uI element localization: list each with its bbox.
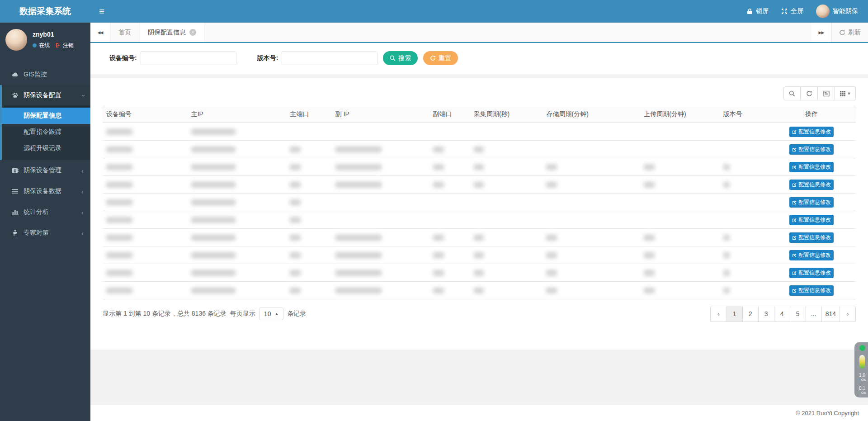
edit-icon — [792, 147, 797, 152]
search-form: 设备编号: 版本号: 搜索 重置 — [90, 43, 868, 74]
page-size-dropdown[interactable]: 10 ▲ — [259, 307, 284, 320]
page-next-button[interactable]: › — [840, 306, 855, 322]
page-button-3[interactable]: 3 — [758, 306, 774, 322]
network-speed-widget[interactable]: 1.0 ↑K/s 0.1 ↓K/s — [854, 342, 868, 397]
redacted-value — [546, 270, 557, 276]
table-cell — [720, 141, 767, 158]
sidebar-toggle-button[interactable]: ≡ — [90, 0, 113, 23]
table-cell — [720, 158, 767, 176]
lock-screen-button[interactable]: 锁屏 — [747, 7, 769, 15]
edit-icon — [792, 270, 797, 275]
column-header-1: 主IP — [188, 106, 287, 123]
table-cell — [188, 229, 287, 246]
edit-icon — [792, 129, 797, 134]
search-button[interactable]: 搜索 — [383, 51, 418, 65]
cloud-icon — [10, 72, 20, 77]
redacted-value — [433, 288, 444, 293]
edit-config-button[interactable]: 配置信息修改 — [789, 215, 834, 225]
tabs-scroll-left-button[interactable]: ◀◀ — [90, 23, 110, 42]
sidebar-item-1[interactable]: 阴保设备配置‹ — [2, 85, 90, 106]
table-cell — [103, 211, 188, 229]
sidebar-item-5[interactable]: 专家对策‹ — [0, 222, 90, 243]
tab-close-icon[interactable]: × — [189, 29, 196, 36]
version-input[interactable] — [282, 51, 377, 65]
edit-config-button[interactable]: 配置信息修改 — [789, 144, 834, 155]
tab-active-label: 阴保配置信息 — [148, 28, 186, 37]
edit-icon — [792, 218, 797, 222]
pagination-pages: ‹12345...814› — [710, 306, 856, 322]
toolbar-columns-button[interactable]: ▼ — [835, 86, 856, 100]
user-menu[interactable]: 智能阴保 — [816, 5, 858, 18]
sidebar-subitem-1-2[interactable]: 远程升级记录 — [2, 140, 90, 156]
table-cell — [470, 158, 543, 176]
lock-screen-label: 锁屏 — [756, 7, 769, 15]
toolbar-detail-view-button[interactable] — [818, 86, 835, 100]
page-button-5[interactable]: 5 — [790, 306, 806, 322]
edit-config-button[interactable]: 配置信息修改 — [789, 250, 834, 260]
arrow-up-icon: ↑ — [859, 378, 860, 382]
table-cell-actions: 配置信息修改 — [767, 158, 856, 176]
table-cell — [720, 229, 767, 246]
page-ellipsis[interactable]: ... — [806, 306, 821, 322]
page-button-814[interactable]: 814 — [821, 306, 840, 322]
edit-config-button[interactable]: 配置信息修改 — [789, 285, 834, 296]
search-icon — [789, 90, 795, 97]
edit-config-button[interactable]: 配置信息修改 — [789, 197, 834, 208]
sidebar-subitem-1-0[interactable]: 阴保配置信息 — [2, 108, 90, 124]
detail-view-icon — [823, 90, 830, 97]
table-cell — [542, 264, 640, 282]
table-cell — [103, 123, 188, 141]
hamburger-icon: ≡ — [99, 6, 104, 17]
tab-refresh-button[interactable]: 刷新 — [831, 23, 868, 42]
sidebar: znyb01 在线 注销 GIS监控阴保设备配置‹阴保配置信息配置指令跟踪远程升… — [0, 23, 90, 421]
logout-icon — [55, 43, 61, 48]
sidebar-username: znyb01 — [33, 31, 74, 38]
table-cell — [429, 229, 470, 246]
toolbar-search-button[interactable] — [783, 86, 801, 100]
table-cell — [720, 123, 767, 141]
edit-config-button[interactable]: 配置信息修改 — [789, 232, 834, 243]
sidebar-avatar[interactable] — [5, 29, 27, 51]
list-icon — [10, 189, 20, 194]
table-cell — [542, 176, 640, 194]
reset-button[interactable]: 重置 — [423, 51, 458, 65]
column-header-2: 主端口 — [286, 106, 331, 123]
toolbar-refresh-button[interactable] — [801, 86, 818, 100]
sidebar-subitem-1-1[interactable]: 配置指令跟踪 — [2, 124, 90, 140]
tab-active[interactable]: 阴保配置信息 × — [140, 23, 205, 42]
config-table: 设备编号主IP主端口副 IP副端口采集周期(秒)存储周期(分钟)上传周期(分钟)… — [103, 106, 856, 299]
page-prev-button[interactable]: ‹ — [711, 306, 726, 322]
gauge-pill-icon — [859, 355, 865, 369]
table-cell — [470, 229, 543, 246]
page-button-2[interactable]: 2 — [742, 306, 758, 322]
redacted-value — [433, 252, 444, 258]
redacted-value — [191, 164, 236, 170]
tab-home[interactable]: 首页 — [110, 23, 140, 42]
sidebar-item-2[interactable]: 阴保设备管理‹ — [0, 160, 90, 181]
redacted-value — [290, 199, 301, 205]
table-cell — [188, 158, 287, 176]
table-cell — [429, 141, 470, 158]
edit-config-button[interactable]: 配置信息修改 — [789, 127, 834, 137]
table-cell — [332, 264, 429, 282]
sidebar-item-0[interactable]: GIS监控 — [0, 64, 90, 85]
table-cell — [720, 282, 767, 299]
table-cell — [720, 264, 767, 282]
table-cell — [640, 123, 720, 141]
page-button-4[interactable]: 4 — [774, 306, 790, 322]
edit-config-button[interactable]: 配置信息修改 — [789, 268, 834, 278]
logout-link[interactable]: 注销 — [63, 42, 74, 49]
tabs-scroll-right-button[interactable]: ▶▶ — [811, 23, 831, 42]
edit-config-button[interactable]: 配置信息修改 — [789, 162, 834, 172]
table-cell — [429, 158, 470, 176]
sidebar-item-4[interactable]: 统计分析‹ — [0, 202, 90, 222]
edit-config-button[interactable]: 配置信息修改 — [789, 180, 834, 190]
fullscreen-button[interactable]: 全屏 — [781, 7, 803, 15]
bar-chart-icon — [10, 209, 20, 215]
sidebar-item-3[interactable]: 阴保设备数据‹ — [0, 181, 90, 202]
redacted-value — [106, 182, 132, 188]
table-cell — [720, 211, 767, 229]
device-code-input[interactable] — [141, 51, 236, 65]
page-button-1[interactable]: 1 — [726, 306, 742, 322]
per-page-prefix: 每页显示 — [230, 310, 255, 318]
